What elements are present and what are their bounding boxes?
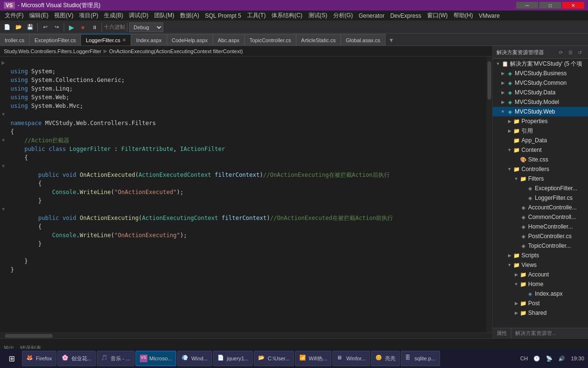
- tree-commoncontroller[interactable]: ◈ CommonControll...: [493, 212, 588, 222]
- tab-topiccontroller[interactable]: TopicController.cs: [245, 34, 296, 46]
- menu-arch[interactable]: 体系结构(C): [269, 11, 305, 21]
- model-expand-icon[interactable]: ▶: [499, 99, 506, 105]
- toolbar-start[interactable]: ▶: [66, 22, 77, 33]
- tab-exceptionfilter[interactable]: ExceptionFilter.cs: [30, 34, 81, 46]
- tree-post[interactable]: ▶ 📁 Post: [493, 299, 588, 308]
- taskbar-sqlite[interactable]: 🗄 sqlite.p...: [401, 351, 440, 366]
- code-content[interactable]: using System; using System.Collections.G…: [7, 57, 486, 333]
- taskbar-vs[interactable]: VS Microso...: [136, 351, 177, 366]
- shared-expand-icon[interactable]: ▶: [513, 310, 520, 316]
- taskbar-wind[interactable]: 💨 Wind...: [177, 351, 212, 366]
- taskbar-wifi[interactable]: 📶 Wifi热...: [295, 351, 332, 366]
- tree-sitecss[interactable]: 🎨 Site.css: [493, 155, 588, 164]
- toolbar-pause[interactable]: ⏸: [89, 22, 100, 33]
- taskbar-liangliang[interactable]: 😊 亮亮: [371, 351, 400, 366]
- fold-10[interactable]: ▼: [1, 136, 6, 145]
- tree-index-aspx[interactable]: ◈ Index.aspx: [493, 289, 588, 299]
- debug-config-select[interactable]: Debug Release: [129, 23, 163, 32]
- tree-exceptionfilter[interactable]: ◈ ExceptionFilter...: [493, 184, 588, 193]
- tree-filters[interactable]: ▼ 📁 Filters: [493, 174, 588, 184]
- tree-business[interactable]: ▶ ◈ MVCStudy.Business: [493, 69, 588, 78]
- solution-expand-icon[interactable]: ▼: [495, 60, 501, 67]
- menu-window[interactable]: 窗口(W): [424, 11, 451, 21]
- tree-properties[interactable]: ▶ 📁 Properties: [493, 116, 588, 126]
- menu-help[interactable]: 帮助(H): [451, 11, 476, 21]
- menu-devexpress[interactable]: DevExpress: [387, 12, 424, 20]
- taskbar-firefox[interactable]: 🦊 Firefox: [22, 351, 57, 366]
- tree-topiccontroller[interactable]: ◈ TopicController...: [493, 241, 588, 251]
- tree-loggerfilter[interactable]: ◈ LoggerFilter.cs: [493, 193, 588, 203]
- minimize-button[interactable]: ─: [516, 2, 538, 9]
- tree-homecontroller[interactable]: ◈ HomeController...: [493, 222, 588, 231]
- menu-data[interactable]: 数据(A): [177, 11, 202, 21]
- panel-sync-btn[interactable]: ⟳: [556, 48, 565, 57]
- menu-build[interactable]: 生成(B): [101, 11, 126, 21]
- toolbar-open[interactable]: 📂: [13, 22, 24, 33]
- tree-appdata[interactable]: 📁 App_Data: [493, 136, 588, 145]
- tree-common[interactable]: ▶ ◈ MVCStudy.Common: [493, 78, 588, 88]
- tree-accountcontroller[interactable]: ◈ AccountControlle...: [493, 203, 588, 212]
- data-expand-icon[interactable]: ▶: [499, 89, 506, 96]
- menu-generator[interactable]: Generator: [356, 12, 387, 20]
- tree-scripts[interactable]: ▶ 📁 Scripts: [493, 251, 588, 260]
- menu-test[interactable]: 测试(S): [305, 11, 330, 21]
- business-expand-icon[interactable]: ▶: [499, 70, 506, 77]
- toolbar-new[interactable]: 📄: [2, 22, 12, 33]
- editor-scrollbar[interactable]: [486, 57, 492, 333]
- panel-refresh-btn[interactable]: ↺: [576, 48, 584, 57]
- code-editor[interactable]: ▶ ▼ ▼ ▼ ▼: [0, 57, 492, 333]
- scrollbar-thumb[interactable]: [487, 61, 491, 100]
- post-expand-icon[interactable]: ▶: [513, 300, 520, 307]
- menu-project[interactable]: 项目(P): [76, 11, 101, 21]
- menu-analyze[interactable]: 分析(G): [330, 11, 356, 21]
- tree-controllers[interactable]: ▼ 📁 Controllers: [493, 164, 588, 174]
- tree-home[interactable]: ▼ 📁 Home: [493, 279, 588, 289]
- tab-articlestatic[interactable]: ArticleStatic.cs: [296, 34, 341, 46]
- fold-18[interactable]: ▼: [1, 205, 6, 214]
- toolbar-stop[interactable]: ■: [78, 22, 88, 33]
- tab-abc[interactable]: Abc.aspx: [213, 34, 245, 46]
- close-button[interactable]: ✕: [562, 2, 584, 9]
- menu-edit[interactable]: 编辑(E): [26, 11, 51, 21]
- toolbar-save[interactable]: 💾: [25, 22, 35, 33]
- taskbar-music[interactable]: 🎵 音乐 - ...: [97, 351, 135, 366]
- tree-solution-root[interactable]: ▼ 📋 解决方案'MVCStudy' (5 个项: [493, 59, 588, 69]
- filters-expand-icon[interactable]: ▼: [513, 175, 520, 182]
- account-expand-icon[interactable]: ▶: [513, 271, 520, 278]
- tree-account[interactable]: ▶ 📁 Account: [493, 270, 588, 279]
- maximize-button[interactable]: □: [539, 2, 561, 9]
- menu-team[interactable]: 团队(M): [151, 11, 177, 21]
- tab-troller[interactable]: troller.cs: [0, 34, 30, 46]
- toolbar-undo[interactable]: ↩: [40, 22, 50, 33]
- tab-global[interactable]: Global.asax.cs: [341, 34, 385, 46]
- tree-data[interactable]: ▶ ◈ MVCStudy.Data: [493, 88, 588, 97]
- common-expand-icon[interactable]: ▶: [499, 80, 506, 86]
- tab-overflow[interactable]: ▼: [385, 35, 397, 46]
- menu-view[interactable]: 视图(V): [51, 11, 76, 21]
- tab-loggerfilter[interactable]: LoggerFilter.cs ✕: [81, 34, 131, 46]
- scripts-expand-icon[interactable]: ▶: [506, 252, 513, 259]
- references-expand-icon[interactable]: ▶: [506, 127, 513, 134]
- menu-debug[interactable]: 调试(D): [126, 11, 151, 21]
- views-expand-icon[interactable]: ▼: [506, 262, 513, 268]
- tree-shared[interactable]: ▶ 📁 Shared: [493, 308, 588, 318]
- taskbar-winform[interactable]: 🖥 Winfor...: [332, 351, 370, 366]
- taskbar-cuser[interactable]: 📂 C:\User...: [254, 351, 294, 366]
- fold-7[interactable]: ▼: [1, 110, 6, 119]
- start-button[interactable]: ⊞: [2, 351, 21, 366]
- tree-web[interactable]: ▼ ◈ MVCStudy.Web: [493, 107, 588, 116]
- panel-tab-solution[interactable]: 解决方案资源管...: [511, 328, 560, 338]
- menu-file[interactable]: 文件(F): [2, 11, 26, 21]
- fold-1[interactable]: ▶: [1, 58, 6, 67]
- controllers-expand-icon[interactable]: ▼: [506, 166, 513, 172]
- toolbar-redo[interactable]: ↪: [51, 22, 62, 33]
- web-expand-icon[interactable]: ▼: [499, 108, 506, 115]
- tree-views[interactable]: ▼ 📁 Views: [493, 260, 588, 270]
- tab-index-aspx[interactable]: Index.aspx: [131, 34, 167, 46]
- tree-postcontroller[interactable]: ◈ PostController.cs: [493, 231, 588, 241]
- home-expand-icon[interactable]: ▼: [513, 281, 520, 288]
- menu-vmware[interactable]: VMware: [476, 12, 503, 20]
- fold-13[interactable]: ▼: [1, 162, 6, 171]
- taskbar-flower[interactable]: 🌸 创业花...: [57, 351, 96, 366]
- tab-loggerfilter-close[interactable]: ✕: [122, 37, 126, 43]
